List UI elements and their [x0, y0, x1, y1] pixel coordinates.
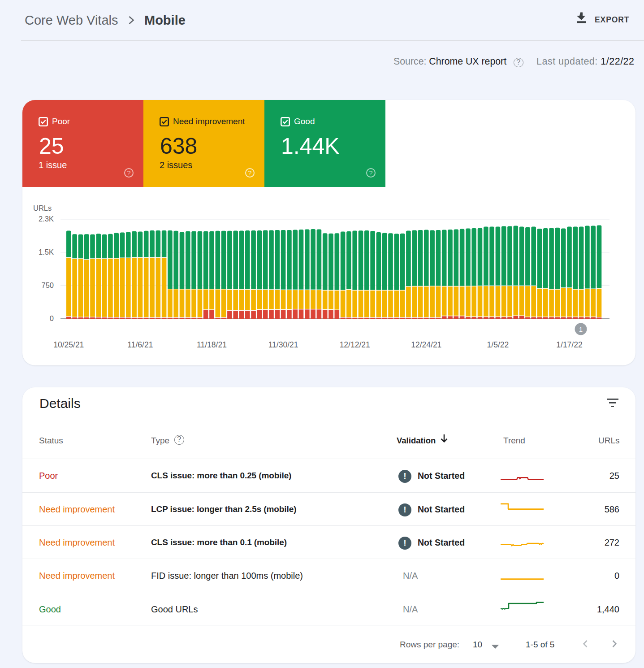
svg-text:750: 750 [41, 281, 54, 289]
svg-text:1.5K: 1.5K [39, 248, 54, 256]
svg-text:1/5/22: 1/5/22 [487, 340, 509, 349]
svg-text:11/30/21: 11/30/21 [268, 340, 298, 349]
svg-text:10/25/21: 10/25/21 [53, 340, 84, 349]
svg-text:1: 1 [579, 325, 583, 333]
svg-text:2.3K: 2.3K [39, 215, 54, 223]
svg-text:12/24/21: 12/24/21 [411, 340, 441, 349]
svg-text:1/17/22: 1/17/22 [556, 340, 582, 349]
svg-text:URLs: URLs [33, 204, 52, 212]
svg-text:11/6/21: 11/6/21 [127, 340, 153, 349]
svg-text:12/12/21: 12/12/21 [340, 340, 370, 349]
svg-text:11/18/21: 11/18/21 [197, 340, 227, 349]
svg-text:0: 0 [50, 314, 54, 322]
